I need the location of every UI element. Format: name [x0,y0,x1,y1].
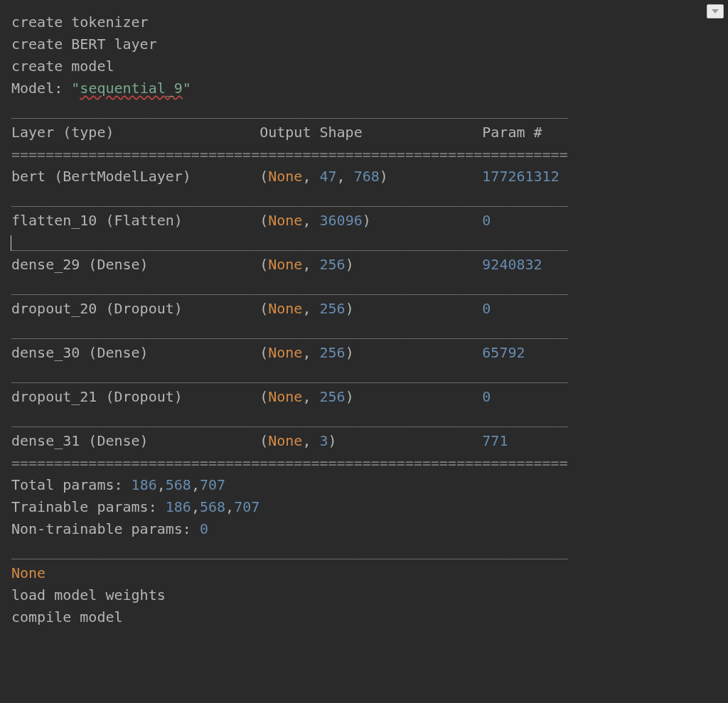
log-line: create BERT layer [11,36,157,53]
table-row: dense_29 (Dense) (None, 256) 9240832 [11,256,542,273]
separator-thin: ________________________________________… [11,322,568,339]
separator-thin: ________________________________________… [11,102,568,119]
table-row: dropout_20 (Dropout) (None, 256) 0 [11,300,491,317]
separator-thin: ________________________________________… [11,234,568,251]
total-params: Total params: 186,568,707 [11,476,225,493]
log-line: load model weights [11,586,166,603]
separator-thick: ========================================… [11,146,568,163]
chevron-down-icon [712,9,719,14]
table-row: dropout_21 (Dropout) (None, 256) 0 [11,388,491,405]
log-line: create model [11,58,114,75]
log-line: create tokenizer [11,14,149,31]
separator-thin: ________________________________________… [11,410,568,427]
output-cell: create tokenizer create BERT layer creat… [0,0,728,640]
table-header: Layer (type) Output Shape Param # [11,124,542,141]
separator-thin: ________________________________________… [11,278,568,295]
cell-menu-button[interactable] [707,4,724,18]
table-row: dense_31 (Dense) (None, 3) 771 [11,432,508,449]
separator-thin: ________________________________________… [11,542,568,559]
non-trainable-params: Non-trainable params: 0 [11,520,208,537]
trainable-params: Trainable params: 186,568,707 [11,498,259,515]
model-label: Model: [11,80,71,97]
table-row: dense_30 (Dense) (None, 256) 65792 [11,344,525,361]
none-literal: None [11,564,46,581]
log-line: compile model [11,608,123,626]
table-row: flatten_10 (Flatten) (None, 36096) 0 [11,212,491,229]
separator-thin: ________________________________________… [11,366,568,383]
table-row: bert (BertModelLayer) (None, 47, 768) 17… [11,168,560,185]
separator-thin: ________________________________________… [11,190,568,207]
separator-thick: ========================================… [11,454,568,471]
model-name: sequential_9 [80,80,183,97]
